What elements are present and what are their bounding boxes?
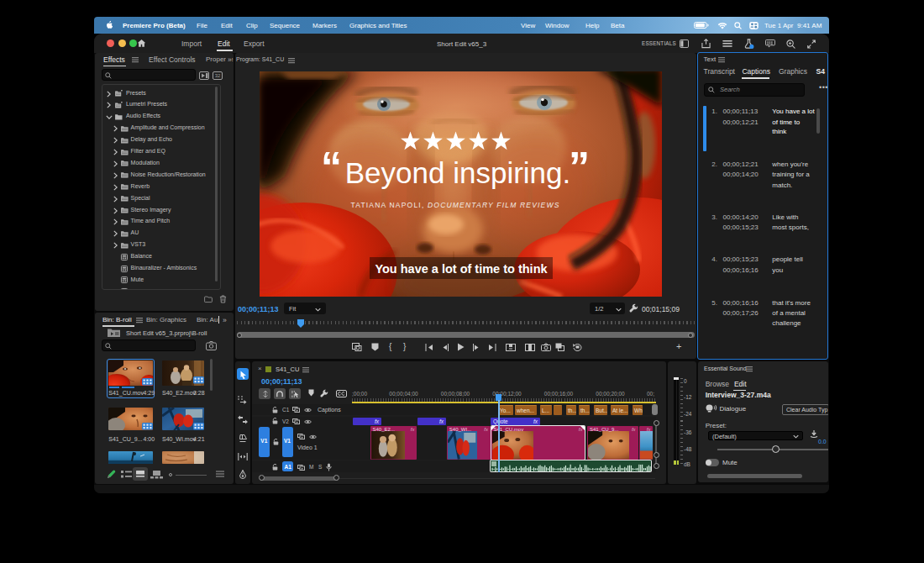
svg-text:32: 32 bbox=[215, 73, 221, 78]
svg-text:Beyond inspiring.: Beyond inspiring. bbox=[345, 156, 571, 189]
svg-text:TATIANA NAPOLI, DOCUMENTARY FI: TATIANA NAPOLI, DOCUMENTARY FILM REVIEWS bbox=[350, 201, 559, 209]
svg-text:”: ” bbox=[569, 144, 590, 191]
svg-text:“: “ bbox=[321, 144, 342, 191]
svg-text:You have a lot of time to thin: You have a lot of time to think bbox=[375, 262, 548, 276]
